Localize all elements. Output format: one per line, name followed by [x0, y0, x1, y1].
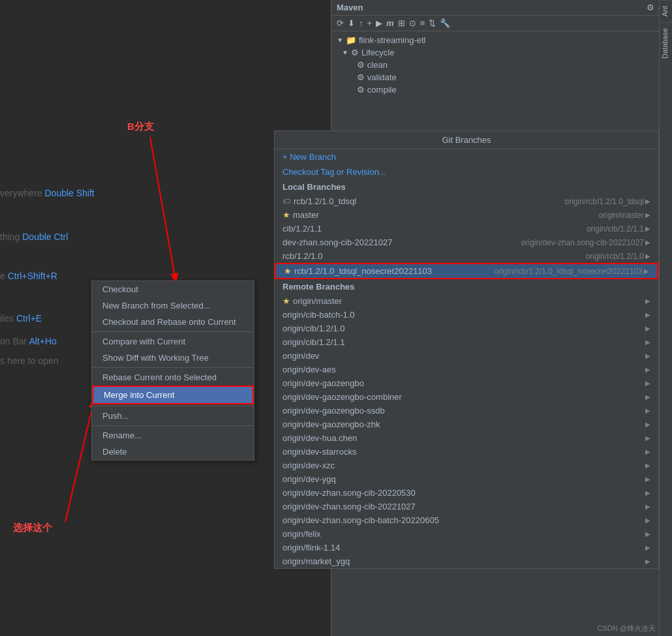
indent: [350, 60, 357, 70]
branch-name: origin/dev-hua.chen: [283, 433, 357, 443]
chevron-icon: ▶: [645, 225, 650, 232]
remote-branch-master[interactable]: ★ origin/master ▶: [275, 294, 658, 308]
remote-branch-market-ygq[interactable]: origin/market_ygq ▶: [275, 554, 658, 568]
shortcut-hint-1: verywhere Double Shift: [0, 188, 95, 198]
remote-branch-cib-1-2-1[interactable]: origin/cib/1.2/1.1 ▶: [275, 335, 658, 349]
branch-name: origin/dev-zhan.song-cib-batch-20220605: [283, 515, 439, 525]
refresh-icon[interactable]: ⟳: [337, 18, 344, 28]
compile-icon: ⚙: [357, 85, 365, 95]
chevron-icon: ▶: [645, 476, 650, 483]
shortcut-hint-5: on Bar Alt+Ho: [0, 336, 57, 346]
tab-ant[interactable]: Ant: [660, 0, 672, 22]
remote-branch-dev-gaozengbo-combiner[interactable]: origin/dev-gaozengbo-combiner ▶: [275, 390, 658, 404]
checkout-tag-action[interactable]: Checkout Tag or Revision...: [275, 164, 658, 179]
branch-item-rcb-1-2-0[interactable]: rcb/1.2/1.0 origin/rcb/1.2/1.0 ▶: [275, 249, 658, 263]
branch-label: origin/flink-1.14: [283, 543, 340, 553]
chevron-icon: ▶: [645, 380, 650, 387]
remote-branch-cib-1-2-0[interactable]: origin/cib/1.2/1.0 ▶: [275, 322, 658, 335]
branch-label: origin/dev-gaozengbo: [283, 378, 364, 388]
branch-label: origin/felix: [283, 529, 321, 539]
compile-label: compile: [367, 85, 397, 95]
list-icon[interactable]: ≡: [420, 18, 425, 28]
branch-name: ★ origin/master: [283, 296, 342, 306]
branch-name: origin/dev-gaozengbo-zhk: [283, 419, 380, 429]
upload-icon[interactable]: ↑: [359, 18, 363, 28]
ctrl-shift-r-key: Ctrl+Shift+R: [8, 271, 57, 281]
menu-item-rename[interactable]: Rename...: [92, 427, 254, 444]
branch-label: origin/cib/1.2/1.1: [283, 337, 344, 347]
remote-branches-header: Remote Branches: [275, 279, 658, 294]
toggle-icon[interactable]: ⊞: [398, 18, 405, 28]
tree-item-compile[interactable]: ⚙ compile: [331, 83, 672, 96]
remote-branch-dev-zhan-20221027[interactable]: origin/dev-zhan.song-cib-20221027 ▶: [275, 500, 658, 513]
m-icon[interactable]: m: [386, 18, 394, 28]
remote-branch-flink-1-14[interactable]: origin/flink-1.14 ▶: [275, 541, 658, 554]
wrench-icon[interactable]: 🔧: [440, 18, 450, 28]
remote-branch-dev-zhan-batch[interactable]: origin/dev-zhan.song-cib-batch-20220605 …: [275, 513, 658, 527]
branch-name: origin/dev-gaozengbo: [283, 378, 364, 388]
chevron-icon: ▶: [645, 489, 650, 496]
chevron-icon: ▶: [645, 462, 650, 469]
tag-icon: 🏷: [283, 196, 291, 206]
run-icon[interactable]: ▶: [376, 18, 382, 28]
branch-label: origin/dev-zhan.song-cib-batch-20220605: [283, 515, 439, 525]
branch-label: rcb/1.2/1.0: [283, 251, 322, 261]
branch-name: ★ master: [283, 210, 319, 220]
menu-item-rebase[interactable]: Rebase Current onto Selected: [92, 369, 254, 386]
sidebar-tabs: Ant Database: [659, 0, 672, 636]
menu-item-checkout-rebase[interactable]: Checkout and Rebase onto Current: [92, 314, 254, 330]
branch-item-highlighted[interactable]: ★ rcb/1.2/1.0_tdsql_nosecret20221103 ori…: [275, 263, 658, 279]
double-shift-key: Double Shift: [44, 188, 94, 198]
remote-branch-dev-gaozengbo-ssdb[interactable]: origin/dev-gaozengbo-ssdb ▶: [275, 404, 658, 417]
remote-branch-dev-gaozengbo-zhk[interactable]: origin/dev-gaozengbo-zhk ▶: [275, 417, 658, 431]
tab-database[interactable]: Database: [660, 22, 672, 64]
menu-item-checkout[interactable]: Checkout: [92, 281, 254, 297]
chevron-icon: ▶: [645, 339, 650, 346]
branch-item-cib-1-2-1[interactable]: cib/1.2/1.1 origin/cib/1.2/1.1 ▶: [275, 222, 658, 235]
csdn-watermark: CSDN @烽火连天: [598, 624, 656, 633]
remote-branch-dev-hua-chen[interactable]: origin/dev-hua.chen ▶: [275, 431, 658, 445]
menu-item-compare[interactable]: Compare with Current: [92, 333, 254, 350]
branch-item-rcb-tdsql[interactable]: 🏷 rcb/1.2/1.0_tdsql origin/rcb/1.2/1.0_t…: [275, 194, 658, 208]
add-icon[interactable]: +: [367, 18, 373, 28]
tree-item-validate[interactable]: ⚙ validate: [331, 71, 672, 83]
remote-branch-cib-batch[interactable]: origin/cib-batch-1.0 ▶: [275, 308, 658, 322]
context-menu: Checkout New Branch from Selected... Che…: [91, 280, 254, 461]
settings-icon[interactable]: ⚙: [647, 3, 654, 12]
menu-item-delete[interactable]: Delete: [92, 444, 254, 460]
tree-item-clean[interactable]: ⚙ clean: [331, 59, 672, 71]
download-icon[interactable]: ⬇: [348, 18, 355, 28]
remote-branch-felix[interactable]: origin/felix ▶: [275, 527, 658, 541]
branch-label: origin/dev-ygq: [283, 474, 336, 484]
branch-remote: origin/rcb/1.2/1.0_tdsql_nosecret2022110…: [495, 267, 650, 276]
branch-item-dev-zhan-20221027[interactable]: dev-zhan.song-cib-20221027 origin/dev-zh…: [275, 235, 658, 249]
chevron-icon: ▶: [644, 267, 649, 275]
tree-item-lifecycle[interactable]: ▼ ⚙ Lifecycle: [331, 46, 672, 59]
menu-item-new-branch[interactable]: New Branch from Selected...: [92, 297, 254, 314]
remote-branch-dev-zhan-20220530[interactable]: origin/dev-zhan.song-cib-20220530 ▶: [275, 486, 658, 500]
filter-icon[interactable]: ⇅: [429, 18, 436, 28]
chevron-icon: ▶: [645, 252, 650, 260]
menu-item-push[interactable]: Push...: [92, 408, 254, 424]
remote-branch-dev[interactable]: origin/dev ▶: [275, 349, 658, 363]
branch-label: origin/dev-starrocks: [283, 447, 356, 457]
circle-icon[interactable]: ⊙: [409, 18, 416, 28]
branch-label: origin/dev-gaozengbo-combiner: [283, 392, 402, 402]
new-branch-action[interactable]: + New Branch: [275, 149, 658, 164]
chevron-icon: ▶: [645, 352, 650, 359]
git-branches-panel: Git Branches + New Branch Checkout Tag o…: [274, 130, 659, 569]
remote-branch-dev-starrocks[interactable]: origin/dev-starrocks ▶: [275, 445, 658, 459]
remote-branch-dev-aes[interactable]: origin/dev-aes ▶: [275, 363, 658, 376]
chevron-icon: ▶: [645, 407, 650, 414]
remote-branch-dev-xzc[interactable]: origin/dev-xzc ▶: [275, 459, 658, 472]
ctrl-e-key: Ctrl+E: [16, 313, 42, 324]
branch-label: origin/dev-hua.chen: [283, 433, 357, 443]
menu-item-show-diff[interactable]: Show Diff with Working Tree: [92, 350, 254, 366]
separator-1: [92, 331, 254, 332]
branch-item-master[interactable]: ★ master origin/master ▶: [275, 208, 658, 222]
remote-branch-dev-ygq[interactable]: origin/dev-ygq ▶: [275, 472, 658, 486]
remote-branch-dev-gaozengbo[interactable]: origin/dev-gaozengbo ▶: [275, 376, 658, 390]
menu-item-merge[interactable]: Merge into Current: [92, 386, 254, 404]
branch-name: origin/market_ygq: [283, 556, 350, 566]
tree-item-root[interactable]: ▼ 📁 flink-streaming-etl: [331, 34, 672, 46]
